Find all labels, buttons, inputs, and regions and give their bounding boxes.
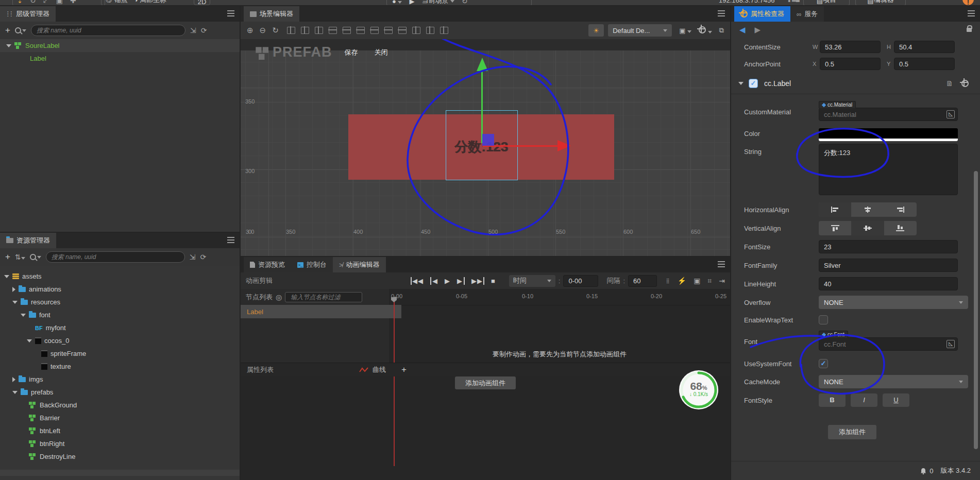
lock-icon[interactable]	[967, 28, 972, 32]
target-icon[interactable]: ◎	[276, 293, 282, 301]
valign-center-button[interactable]	[851, 221, 884, 235]
color-alpha-bar[interactable]	[819, 139, 958, 141]
asset-row-assets[interactable]: assets	[0, 270, 240, 283]
shortcut-icon[interactable]: ⌗	[707, 277, 712, 285]
step-back-icon[interactable]: ◀	[430, 277, 438, 285]
align-hcenter-icon[interactable]	[343, 27, 351, 34]
console-tab[interactable]: >_ 控制台	[291, 257, 333, 272]
valign-top-button[interactable]	[819, 221, 851, 235]
font-asset-field[interactable]	[819, 337, 958, 351]
asset-row-imgs[interactable]: imgs	[0, 373, 240, 386]
move-tool-icon[interactable]: ⇣	[17, 0, 23, 5]
valign-bottom-button[interactable]	[884, 221, 917, 235]
cachemode-dropdown[interactable]: NONE	[819, 375, 968, 388]
rect-tool-icon[interactable]: ▣	[56, 0, 63, 5]
tree-node-label[interactable]: Label	[0, 52, 240, 65]
scale-tool-icon[interactable]: ⤢	[43, 0, 49, 5]
rotate-tool-icon[interactable]: ↻	[30, 0, 36, 5]
playhead-line[interactable]	[394, 297, 395, 466]
node-filter-input[interactable]	[285, 292, 362, 302]
refresh-icon[interactable]: ⟳	[200, 253, 206, 261]
gizmo-y-axis[interactable]	[481, 71, 483, 143]
custommaterial-field[interactable]	[819, 108, 958, 121]
halign-center-button[interactable]	[851, 202, 884, 217]
distribute-vcenter-icon[interactable]	[384, 27, 393, 34]
distribute-left-icon[interactable]	[412, 27, 420, 34]
halign-right-button[interactable]	[884, 202, 917, 217]
time-value-input[interactable]	[563, 275, 598, 287]
hierarchy-tab[interactable]: ᎒᎒ 层级管理器	[0, 6, 56, 22]
prefab-save-button[interactable]: 保存	[345, 48, 358, 57]
overlay-window-icon[interactable]: ⧉	[719, 26, 724, 35]
grid-snap-icon[interactable]: ⣿	[666, 278, 670, 283]
anim-node-list-body[interactable]	[241, 318, 389, 364]
fontfamily-input[interactable]	[819, 259, 958, 272]
asset-row-background[interactable]: BackGround	[0, 399, 240, 412]
distribute-top-icon[interactable]	[370, 27, 379, 34]
zoom-in-icon[interactable]: ⊕	[247, 26, 254, 35]
asset-row-font[interactable]: font	[0, 308, 240, 321]
asset-row-barrier[interactable]: Barrier	[0, 412, 240, 424]
zoom-out-icon[interactable]: ⊖	[260, 26, 266, 35]
step-forward-icon[interactable]: ▶	[457, 277, 465, 285]
assets-menu-icon[interactable]	[227, 237, 234, 238]
animation-menu-icon[interactable]	[718, 261, 725, 262]
asset-picker-icon[interactable]: ◺	[947, 340, 955, 348]
view-mode-dropdown[interactable]: Default De...	[608, 24, 672, 37]
interval-value-input[interactable]	[628, 275, 657, 287]
asset-row-cocos0[interactable]: cocos_0	[0, 334, 240, 347]
asset-row-destroyline[interactable]: DestroyLine	[0, 450, 240, 463]
alert-icon[interactable]: !	[962, 0, 974, 5]
refresh-icon[interactable]: ⟳	[201, 26, 207, 35]
component-settings-icon[interactable]	[961, 80, 969, 87]
services-tab[interactable]: ∞ 服务	[790, 6, 824, 22]
component-docs-icon[interactable]: 🗎	[946, 79, 953, 88]
align-bottom-icon[interactable]	[315, 27, 323, 34]
skip-start-icon[interactable]: ◀◀	[411, 277, 424, 285]
scene-settings-dropdown[interactable]	[699, 26, 712, 35]
collapse-all-icon[interactable]: ⇲	[190, 26, 196, 35]
align-vcenter-icon[interactable]	[301, 27, 309, 34]
skip-end-icon[interactable]: ▶▶	[471, 277, 484, 285]
add-node-button[interactable]: +	[5, 25, 10, 36]
distribute-bottom-icon[interactable]	[398, 27, 407, 34]
anim-node-row-label[interactable]: Label	[241, 305, 401, 318]
scene-tab[interactable]: 场景编辑器	[244, 6, 299, 22]
bold-button[interactable]: B	[819, 393, 846, 407]
color-swatch[interactable]	[819, 128, 958, 139]
collapse-all-icon[interactable]: ⇲	[190, 253, 196, 261]
assets-search-input[interactable]	[46, 251, 185, 263]
time-mode-dropdown[interactable]: 时间	[509, 275, 555, 287]
assets-tab[interactable]: 资源管理器	[0, 233, 56, 248]
asset-row-btnleft[interactable]: btnLeft	[0, 424, 240, 437]
animation-tab[interactable]: ≯ 动画编辑器	[333, 257, 386, 272]
2d-toggle[interactable]: 2D	[194, 0, 210, 5]
distribute-hcenter-icon[interactable]	[426, 27, 434, 34]
contentsize-w-input[interactable]	[820, 41, 881, 53]
asset-row-btnright[interactable]: btnRight	[0, 437, 240, 450]
align-left-icon[interactable]	[329, 27, 337, 34]
search-type-icon[interactable]	[15, 27, 26, 33]
exit-anim-icon[interactable]: ⇥	[719, 277, 725, 285]
anchorpoint-y-input[interactable]	[894, 58, 955, 70]
local-coords-toggle[interactable]: ◑ 局部坐标	[134, 0, 166, 5]
asset-row-animations[interactable]: animations	[0, 283, 240, 296]
play-anim-icon[interactable]: ▶	[445, 277, 450, 285]
asset-picker-icon[interactable]: ◺	[947, 110, 955, 118]
lineheight-input[interactable]	[819, 277, 958, 290]
align-right-icon[interactable]	[357, 27, 365, 34]
contentsize-h-input[interactable]	[894, 41, 955, 53]
gizmo-center-handle[interactable]	[482, 134, 494, 146]
component-expander-icon[interactable]	[738, 82, 744, 85]
overflow-dropdown[interactable]: NONE	[819, 296, 968, 309]
add-asset-button[interactable]: +	[5, 252, 10, 262]
inspector-menu-icon[interactable]	[968, 10, 975, 11]
reload-button[interactable]: ↻	[462, 0, 468, 5]
inspector-tab[interactable]: 属性检查器	[734, 6, 790, 22]
scene-menu-icon[interactable]	[718, 10, 725, 11]
curve-label[interactable]: 曲线	[373, 365, 386, 374]
prefab-close-button[interactable]: 关闭	[375, 48, 388, 57]
asset-row-myfont[interactable]: BFmyfont	[0, 321, 240, 334]
save-clip-icon[interactable]: ▣	[694, 277, 700, 285]
anchorpoint-x-input[interactable]	[820, 58, 881, 70]
